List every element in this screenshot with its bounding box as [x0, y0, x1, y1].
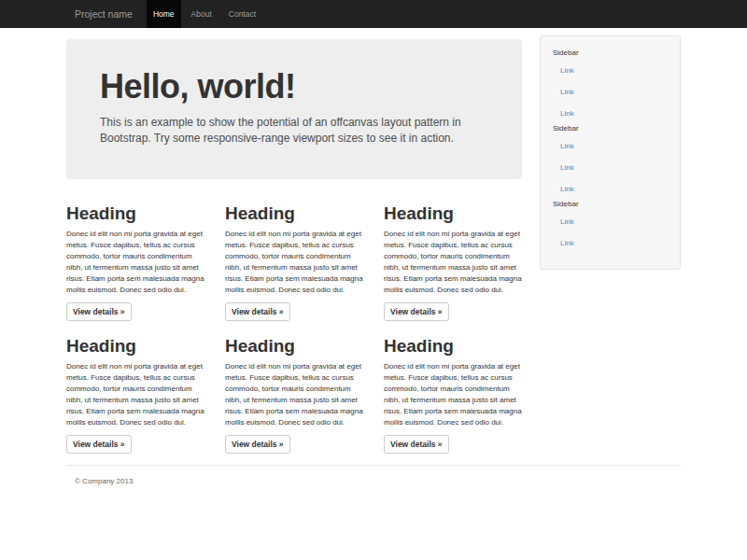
main-column: Hello, world! This is an example to show…	[66, 28, 522, 454]
sidebar-title: Sidebar	[541, 49, 680, 58]
view-details-button[interactable]: View details »	[225, 435, 290, 454]
sidebar-links: Link Link	[541, 211, 680, 254]
sidebar-link[interactable]: Link	[541, 103, 680, 124]
card-heading: Heading	[66, 203, 204, 223]
card: Heading Donec id elit non mi porta gravi…	[384, 336, 522, 454]
nav-item-about[interactable]: About	[185, 0, 218, 28]
card-body-text: Donec id elit non mi porta gravida at eg…	[225, 229, 363, 296]
card-heading: Heading	[66, 336, 204, 356]
view-details-button[interactable]: View details »	[66, 302, 132, 321]
card-body-text: Donec id elit non mi porta gravida at eg…	[66, 361, 204, 428]
card: Heading Donec id elit non mi porta gravi…	[66, 203, 204, 321]
navbar: Project name Home About Contact	[0, 0, 747, 28]
view-details-button[interactable]: View details »	[225, 302, 290, 321]
sidebar-links: Link Link Link	[541, 135, 680, 200]
content-row: Hello, world! This is an example to show…	[66, 28, 681, 454]
sidebar-link[interactable]: Link	[541, 135, 680, 157]
sidebar: Sidebar Link Link Link Sidebar Link Link…	[540, 35, 681, 270]
footer: © Company 2013	[66, 477, 681, 485]
card: Heading Donec id elit non mi porta gravi…	[66, 336, 204, 454]
card-body-text: Donec id elit non mi porta gravida at eg…	[384, 361, 522, 428]
card-body-text: Donec id elit non mi porta gravida at eg…	[225, 361, 363, 428]
view-details-button[interactable]: View details »	[384, 302, 449, 321]
page-title: Hello, world!	[100, 68, 488, 105]
copyright-text: © Company 2013	[66, 477, 681, 485]
card-heading: Heading	[384, 203, 522, 223]
sidebar-title: Sidebar	[541, 200, 680, 209]
card: Heading Donec id elit non mi porta gravi…	[225, 203, 363, 321]
sidebar-link[interactable]: Link	[541, 232, 680, 254]
sidebar-group: Sidebar Link Link Link	[541, 124, 680, 200]
view-details-button[interactable]: View details »	[66, 435, 132, 454]
navbar-menu: Home About Contact	[145, 0, 264, 28]
card: Heading Donec id elit non mi porta gravi…	[384, 203, 522, 321]
card-heading: Heading	[225, 203, 363, 223]
nav-item-home[interactable]: Home	[147, 0, 181, 28]
navbar-container: Project name Home About Contact	[66, 0, 681, 28]
sidebar-link[interactable]: Link	[541, 60, 680, 81]
sidebar-group: Sidebar Link Link	[541, 200, 680, 254]
cards-row-2: Heading Donec id elit non mi porta gravi…	[66, 336, 522, 454]
card-heading: Heading	[225, 336, 363, 356]
sidebar-link[interactable]: Link	[541, 211, 680, 232]
view-details-button[interactable]: View details »	[384, 435, 449, 454]
nav-item-contact[interactable]: Contact	[222, 0, 262, 28]
sidebar-link[interactable]: Link	[541, 178, 680, 200]
page-content: Hello, world! This is an example to show…	[66, 28, 681, 485]
card-heading: Heading	[384, 336, 522, 356]
sidebar-link[interactable]: Link	[541, 157, 680, 178]
card-body-text: Donec id elit non mi porta gravida at eg…	[384, 229, 522, 296]
sidebar-group: Sidebar Link Link Link	[541, 49, 680, 124]
footer-divider	[66, 465, 681, 466]
brand-link[interactable]: Project name	[66, 0, 141, 28]
card-body-text: Donec id elit non mi porta gravida at eg…	[66, 229, 204, 296]
sidebar-link[interactable]: Link	[541, 81, 680, 103]
sidebar-links: Link Link Link	[541, 60, 680, 124]
card: Heading Donec id elit non mi porta gravi…	[225, 336, 363, 454]
sidebar-title: Sidebar	[541, 124, 680, 133]
jumbotron-description: This is an example to show the potential…	[100, 115, 488, 147]
jumbotron: Hello, world! This is an example to show…	[66, 39, 522, 179]
cards-row-1: Heading Donec id elit non mi porta gravi…	[66, 203, 522, 321]
